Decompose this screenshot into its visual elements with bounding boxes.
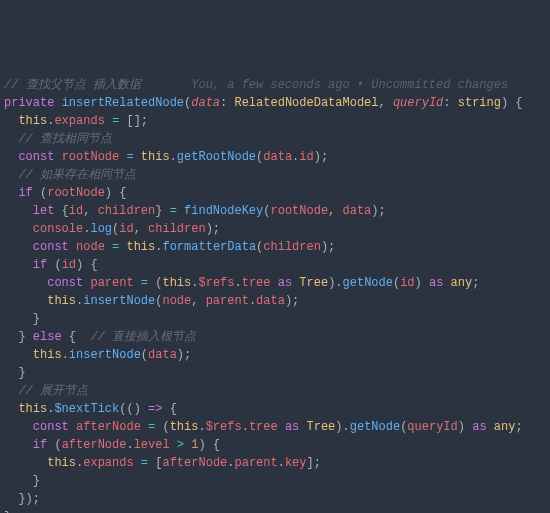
code-line: });	[4, 490, 550, 508]
code-line: }	[4, 310, 550, 328]
code-line: // 查找父节点 插入数据 You, a few seconds ago • U…	[4, 76, 550, 94]
code-line: const afterNode = (this.$refs.tree as Tr…	[4, 418, 550, 436]
code-line: this.insertNode(data);	[4, 346, 550, 364]
code-line: this.expands = [afterNode.parent.key];	[4, 454, 550, 472]
code-line: this.insertNode(node, parent.data);	[4, 292, 550, 310]
code-line: if (afterNode.level > 1) {	[4, 436, 550, 454]
code-line: // 展开节点	[4, 382, 550, 400]
code-line: this.expands = [];	[4, 112, 550, 130]
code-editor[interactable]: // 查找父节点 插入数据 You, a few seconds ago • U…	[4, 76, 550, 513]
code-line: let {id, children} = findNodeKey(rootNod…	[4, 202, 550, 220]
code-line: if (id) {	[4, 256, 550, 274]
code-line: console.log(id, children);	[4, 220, 550, 238]
code-line: const rootNode = this.getRootNode(data.i…	[4, 148, 550, 166]
code-line: this.$nextTick(() => {	[4, 400, 550, 418]
code-line: } else { // 直接插入根节点	[4, 328, 550, 346]
code-line: // 查找相同节点	[4, 130, 550, 148]
code-line: }	[4, 472, 550, 490]
code-line: // 如果存在相同节点	[4, 166, 550, 184]
code-line: }	[4, 508, 550, 513]
code-line: const node = this.formatterData(children…	[4, 238, 550, 256]
code-line: }	[4, 364, 550, 382]
code-line: if (rootNode) {	[4, 184, 550, 202]
code-line: private insertRelatedNode(data: RelatedN…	[4, 94, 550, 112]
code-line: const parent = (this.$refs.tree as Tree)…	[4, 274, 550, 292]
